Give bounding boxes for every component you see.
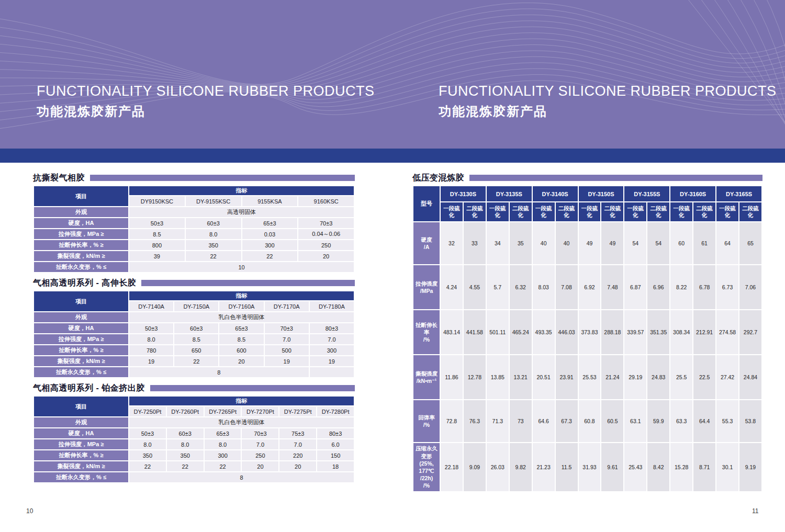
spec-table-platinum-extrusion: 项目指标DY-7250PtDY-7260PtDY-7265PtDY-7270Pt… [33,395,355,483]
section-title-bar [90,175,355,181]
spec-value: 650 [174,345,218,355]
spec-table: 型号DY-3130SDY-3135SDY-3140SDY-3150SDY-315… [412,185,762,492]
spec-value: 4.24 [441,265,463,309]
spec-value: 288.18 [601,310,623,354]
spec-value: 23.91 [556,355,578,399]
spec-value: 6.32 [510,265,532,309]
spec-value: 8.5 [174,334,218,344]
table-row: 外观乳白色半透明固体 [34,417,354,427]
product-header: DY-3160S [670,186,715,201]
section-head: 低压变混炼胶 [412,172,762,184]
right-page-content: 低压变混炼胶 型号DY-3130SDY-3135SDY-3140SDY-3150… [412,172,762,496]
spec-value: 6.96 [647,265,669,309]
left-page-content: 抗撕裂气相胶 项目指标DY9150KSCDY-9155KSC9155KSA916… [33,172,355,488]
spec-value: 70±3 [242,428,278,438]
spec-value: 70±3 [265,323,309,333]
spec-value: 60.8 [579,400,601,442]
spec-value: 6.0 [317,439,354,449]
spec-value: 250 [298,240,354,250]
page-title-en: FUNCTIONALITY SILICONE RUBBER PRODUCTS [37,83,375,99]
table-row: 撕裂强度，kN/m ≥222222202018 [34,461,354,471]
product-header: DY-7270Pt [242,406,278,416]
table-row: 硬度，HA50±360±365±370±380±3 [34,323,354,333]
divider-band [0,149,785,163]
page-title-zh: 功能混炼胶新产品 [439,104,777,119]
empty-cell [310,367,354,377]
spec-value: 11.5 [556,443,578,491]
section-title: 抗撕裂气相胶 [33,173,85,184]
product-header: 9160KSC [298,196,354,206]
row-label: 外观 [34,417,128,427]
spec-value: 600 [219,345,263,355]
spec-table: 项目指标DY9150KSCDY-9155KSC9155KSA9160KSC外观高… [33,185,355,273]
spec-value: 8.0 [167,439,204,449]
spec-table: 项目指标DY-7140ADY-7150ADY-7160ADY-7170ADY-7… [33,290,355,378]
spec-value: 65±3 [219,323,263,333]
product-header: DY-7160A [219,301,263,311]
section-head: 气相高透明系列 - 高伸长胶 [33,277,355,289]
spec-value: 220 [279,450,316,460]
spec-value: 32 [441,222,463,264]
cure-stage-header: 一段硫化 [670,202,692,221]
spec-value: 22.5 [693,355,715,399]
section-title: 气相高透明系列 - 高伸长胶 [33,278,136,289]
spec-value: 49 [579,222,601,264]
spec-value: 339.57 [624,310,646,354]
row-label: 外观 [34,207,128,217]
wave-decoration [0,0,785,149]
row-label: 扯断伸长率，% ≥ [34,240,128,250]
row-label: 撕裂强度，kN/m ≥ [34,356,128,366]
spec-value: 70±3 [298,218,354,228]
spec-value: 465.24 [510,310,532,354]
row-label: 扯断伸长率，% ≥ [34,450,128,460]
spec-value: 150 [317,450,354,460]
product-header: DY9150KSC [129,196,185,206]
spec-value-span: 高透明固体 [129,207,354,217]
product-header: DY-7280Pt [317,406,354,416]
table-row: 撕裂强度，kN/m ≥39222220 [34,251,354,261]
spec-value: 292.7 [739,310,761,354]
spec-value: 80±3 [310,323,354,333]
spec-value: 350 [129,450,166,460]
spec-value: 250 [242,450,278,460]
row-label: 外观 [34,312,128,322]
spec-value: 64.4 [693,400,715,442]
spec-value: 24.84 [739,355,761,399]
spec-value: 22 [129,461,166,471]
spec-value: 780 [129,345,173,355]
cure-stage-header: 一段硫化 [441,202,463,221]
spec-value: 7.48 [601,265,623,309]
spec-value: 15.28 [670,443,692,491]
spec-value: 0.03 [242,229,298,239]
spec-value-span: 乳白色半透明固体 [129,417,354,427]
corner-header: 项目 [34,186,128,206]
spec-value: 12.78 [464,355,486,399]
table-row: 拉伸强度，MPa ≥8.08.08.07.07.06.0 [34,439,354,449]
spec-value: 300 [310,345,354,355]
spec-value: 27.42 [716,355,738,399]
spec-value: 350 [186,240,241,250]
spec-value: 75±3 [279,428,316,438]
section-title-bar [469,175,762,181]
cure-stage-header: 一段硫化 [487,202,509,221]
spec-value: 300 [205,450,241,460]
spec-value: 55.3 [716,400,738,442]
spec-value: 60±3 [174,323,218,333]
spec-value: 53.8 [739,400,761,442]
spec-value: 8.0 [129,439,166,449]
spec-value: 13.21 [510,355,532,399]
spec-value: 9.09 [464,443,486,491]
spec-value: 29.19 [624,355,646,399]
spec-value: 22 [186,251,241,261]
product-header: DY-3135S [487,186,532,201]
spec-value: 25.53 [579,355,601,399]
row-label: 撕裂强度，kN/m ≥ [34,251,128,261]
spec-value: 20.51 [533,355,555,399]
spec-value: 6.92 [579,265,601,309]
row-label: 拉伸强度，MPa ≥ [34,229,128,239]
row-label: 扯断伸长率，% ≥ [34,345,128,355]
spec-value: 30.1 [716,443,738,491]
spec-value: 65±3 [242,218,298,228]
spec-value: 25.43 [624,443,646,491]
section-title: 气相高透明系列 - 铂金挤出胶 [33,383,145,394]
